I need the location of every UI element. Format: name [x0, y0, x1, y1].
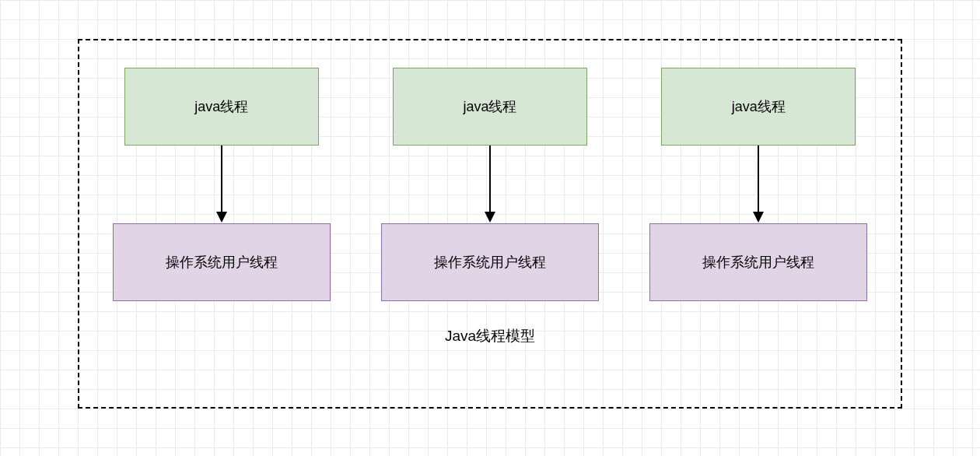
java-thread-box: java线程: [393, 68, 587, 146]
os-thread-label: 操作系统用户线程: [434, 253, 546, 272]
diagram-title: Java线程模型: [79, 326, 901, 346]
arrow-down-icon: [221, 146, 222, 223]
os-thread-box: 操作系统用户线程: [381, 223, 599, 301]
java-thread-box: java线程: [661, 68, 856, 146]
java-thread-label: java线程: [194, 97, 248, 116]
arrow-down-icon: [489, 146, 491, 223]
columns-wrapper: java线程 操作系统用户线程 java线程 操作系统用户线程: [79, 40, 901, 301]
thread-column-3: java线程 操作系统用户线程: [648, 68, 870, 301]
java-thread-box: java线程: [124, 68, 319, 146]
os-thread-box: 操作系统用户线程: [649, 223, 867, 301]
java-thread-label: java线程: [463, 97, 516, 116]
thread-column-1: java线程 操作系统用户线程: [110, 68, 332, 301]
arrow-down-icon: [758, 146, 759, 223]
os-thread-label: 操作系统用户线程: [166, 253, 278, 272]
diagram-container: java线程 操作系统用户线程 java线程 操作系统用户线程: [78, 39, 902, 409]
os-thread-label: 操作系统用户线程: [702, 253, 814, 272]
os-thread-box: 操作系统用户线程: [113, 223, 331, 301]
thread-column-2: java线程 操作系统用户线程: [379, 68, 600, 301]
java-thread-label: java线程: [732, 97, 786, 116]
